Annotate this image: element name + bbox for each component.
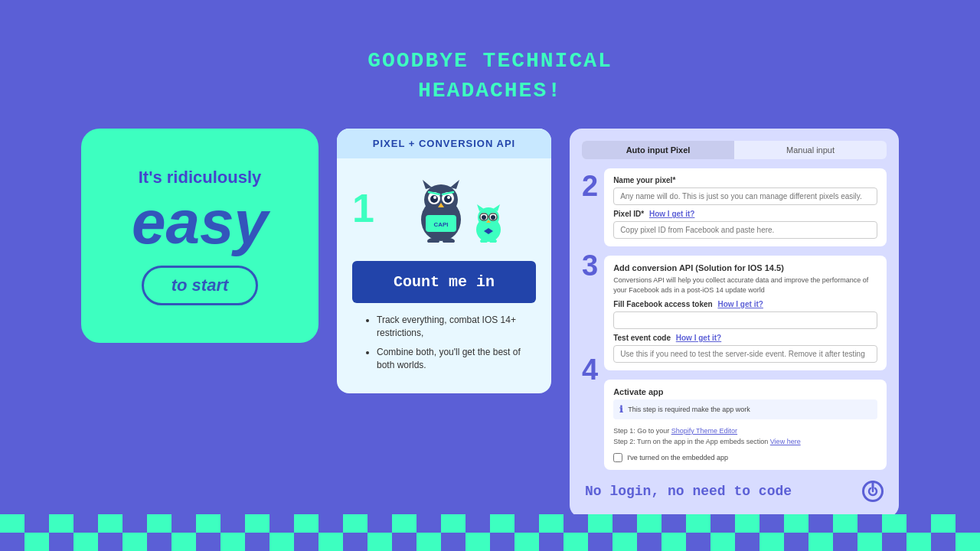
- pixel-name-input[interactable]: [613, 187, 877, 205]
- svg-marker-13: [423, 180, 432, 189]
- checker-cell: [906, 533, 931, 551]
- checker-cell: [196, 514, 220, 533]
- svg-point-22: [491, 215, 495, 220]
- checker-cell: [294, 514, 318, 533]
- svg-point-21: [482, 215, 486, 220]
- bullet-1: Track everything, combat IOS 14+ restric…: [377, 314, 524, 340]
- checker-cell: [539, 514, 564, 533]
- checker-cell: [441, 514, 466, 533]
- owl-illustration: CAPI: [415, 174, 504, 243]
- activate-title: Activate app: [613, 387, 877, 396]
- checker-cell: [24, 533, 49, 551]
- checker-cell: [612, 533, 637, 551]
- checker-cell: [612, 514, 637, 533]
- step1-number: 1: [352, 188, 374, 228]
- checker-cell: [833, 533, 858, 551]
- checker-cell: [0, 514, 24, 533]
- checker-cell: [735, 533, 760, 551]
- checker-cell: [392, 533, 416, 551]
- svg-point-8: [433, 196, 436, 199]
- test-event-input[interactable]: [613, 345, 877, 363]
- checker-cell: [662, 533, 686, 551]
- checker-cell: [662, 514, 686, 533]
- checker-cell: [637, 514, 662, 533]
- checker-cell: [588, 514, 612, 533]
- checker-cell: [416, 533, 441, 551]
- checker-cell: [588, 533, 612, 551]
- checker-cell: [808, 533, 833, 551]
- checker-cell: [368, 514, 392, 533]
- checker-cell: [368, 533, 392, 551]
- step-numbers-column: 2 3 4: [582, 168, 598, 470]
- svg-point-9: [447, 196, 450, 199]
- checker-cell: [808, 514, 833, 533]
- activate-steps-text: Step 1: Go to your Shopify Theme Editor …: [613, 425, 877, 448]
- checker-cell: [441, 533, 466, 551]
- checkbox-row: I've turned on the embedded app: [613, 453, 877, 462]
- access-token-help-link[interactable]: How I get it?: [717, 300, 763, 308]
- test-event-help-link[interactable]: How I get it?: [676, 334, 721, 342]
- checker-cell: [858, 533, 882, 551]
- checker-cell: [760, 514, 784, 533]
- checker-cell: [98, 533, 122, 551]
- cards-row: It's ridiculously easy to start PIXEL + …: [81, 129, 899, 517]
- power-icon[interactable]: [862, 481, 884, 502]
- checker-cell: [343, 533, 368, 551]
- big-owl-icon: CAPI: [415, 174, 467, 243]
- checker-cell: [760, 533, 784, 551]
- activate-note-text: This step is required make the app work: [628, 406, 750, 413]
- embedded-checkbox[interactable]: [613, 453, 622, 462]
- activate-note-box: ℹ This step is required make the app wor…: [613, 399, 877, 419]
- checker-cell: [784, 514, 808, 533]
- tab-bar: Auto input Pixel Manual input: [582, 141, 887, 159]
- checker-cell: [466, 514, 490, 533]
- checker-cell: [686, 514, 710, 533]
- checker-cell: [270, 514, 294, 533]
- tab-manual-input[interactable]: Manual input: [734, 141, 887, 159]
- middle-card-body: 1 CAPI: [337, 168, 551, 371]
- checker-cell: [710, 514, 735, 533]
- checker-cell: [74, 533, 98, 551]
- checker-cell: [490, 533, 514, 551]
- conversion-api-title: Add conversion API (Solution for IOS 14.…: [613, 263, 877, 272]
- checker-cell: [147, 514, 172, 533]
- checker-cell: [956, 514, 980, 533]
- checker-cell: [172, 533, 196, 551]
- footer-tagline: No login, no need to code: [585, 484, 792, 499]
- svg-marker-14: [450, 180, 459, 189]
- access-token-input[interactable]: [613, 311, 877, 329]
- checker-cell: [637, 533, 662, 551]
- step2-number: 2: [582, 171, 598, 201]
- checker-cell: [74, 514, 98, 533]
- checker-cell: [466, 533, 490, 551]
- form-fields-column: Name your pixel* Pixel ID* How I get it?…: [604, 168, 887, 470]
- pixel-name-label: Name your pixel*: [613, 176, 877, 184]
- checker-cell: [882, 533, 906, 551]
- embedded-checkbox-label: I've turned on the embedded app: [627, 454, 728, 461]
- checker-cell: [564, 533, 588, 551]
- checker-cell: [735, 514, 760, 533]
- pixel-id-input[interactable]: [613, 221, 877, 239]
- checker-cell: [270, 533, 294, 551]
- pixel-id-help-link[interactable]: How I get it?: [649, 210, 694, 218]
- shopify-theme-editor-link[interactable]: Shopify Theme Editor: [671, 427, 737, 435]
- checker-cell: [343, 514, 368, 533]
- activate-step2: Step 2: Turn on the app in the App embed…: [613, 436, 877, 447]
- svg-text:CAPI: CAPI: [434, 221, 449, 228]
- step4-number: 4: [582, 355, 598, 384]
- checker-cell: [858, 514, 882, 533]
- checker-cell: [220, 514, 245, 533]
- checker-cell: [122, 514, 147, 533]
- form-steps: 2 3 4 Name your pixel* Pixel ID* How I g: [582, 168, 887, 470]
- start-button[interactable]: to start: [142, 266, 259, 305]
- checker-cell: [220, 533, 245, 551]
- count-me-in-button[interactable]: Count me in: [352, 261, 536, 303]
- tab-auto-input[interactable]: Auto input Pixel: [582, 141, 734, 159]
- checker-cell: [122, 533, 147, 551]
- step3-section: Add conversion API (Solution for IOS 14.…: [604, 256, 887, 370]
- checker-cell: [245, 533, 270, 551]
- checker-cell: [514, 514, 539, 533]
- view-here-link[interactable]: View here: [770, 438, 801, 445]
- access-token-label: Fill Facebook access token How I get it?: [613, 300, 877, 308]
- step4-section: Activate app ℹ This step is required mak…: [604, 380, 887, 471]
